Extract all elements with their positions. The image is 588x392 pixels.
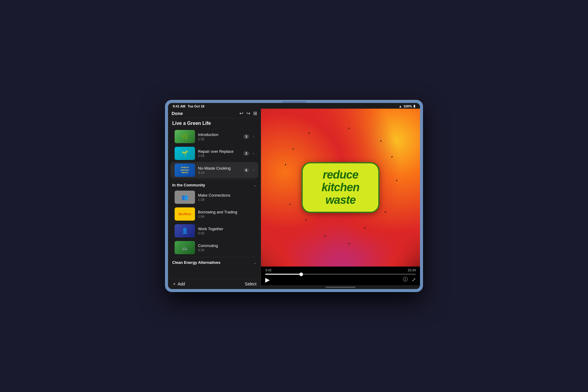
- video-duration: 1:04: [198, 215, 254, 218]
- seed: [308, 132, 310, 134]
- video-title: Work Together: [198, 227, 254, 231]
- video-controls: 3:42 15:34 ▶ ⓘ ⤢: [261, 267, 420, 285]
- list-container[interactable]: Introduction 1:32 3 › Repair over Replac…: [168, 128, 261, 279]
- video-content: reducekitchenwaste: [261, 109, 420, 267]
- seed: [396, 180, 398, 181]
- seed: [385, 211, 386, 213]
- seed: [305, 219, 307, 221]
- list-item[interactable]: Make Connections 1:28: [170, 189, 258, 205]
- status-date: Tue Oct 18: [188, 104, 204, 108]
- category-section-clean-energy: Clean Energy Alternatives ⌄: [168, 258, 261, 266]
- video-duration: 2:09: [198, 154, 240, 158]
- status-time: 9:41 AM: [173, 104, 185, 108]
- select-button[interactable]: Select: [245, 282, 256, 286]
- video-info-commute: Commuting 0:26: [198, 243, 254, 252]
- video-duration: 1:28: [198, 198, 254, 201]
- battery-percent: 100%: [404, 104, 412, 108]
- video-thumbnail-nowaste: reducekitchenwaste: [175, 164, 195, 177]
- video-info-repair: Repair over Replace 2:09: [198, 149, 240, 158]
- play-button[interactable]: ▶: [265, 277, 270, 283]
- video-title: Repair over Replace: [198, 149, 240, 154]
- status-left: 9:41 AM Tue Oct 18: [173, 104, 204, 108]
- list-item[interactable]: Introduction 1:32 3 ›: [170, 128, 258, 145]
- seed: [292, 148, 294, 150]
- home-bar-line: [326, 287, 356, 288]
- fullscreen-icon[interactable]: ⤢: [412, 277, 416, 282]
- playlist-header: Live a Green Life: [168, 118, 261, 128]
- controls-row: ▶ ⓘ ⤢: [265, 276, 416, 283]
- video-thumbnail-worktog: [175, 224, 195, 237]
- list-item-active[interactable]: reducekitchenwaste No-Waste Cooking 3:14…: [170, 162, 258, 178]
- chevron-right-icon: ›: [253, 134, 254, 139]
- video-badge-repair: 2: [243, 151, 249, 156]
- category-section-community: In the Community ⌄ Make Connections 1:28: [168, 181, 261, 256]
- progress-thumb[interactable]: [299, 273, 303, 276]
- video-thumbnail-commute: 🚲: [175, 241, 195, 254]
- section-divider: [172, 257, 256, 257]
- seed: [380, 140, 382, 142]
- video-thumbnail-repair: [175, 147, 195, 160]
- left-panel: Done ↩ ↪ ⊞ Live a Green Life: [168, 109, 261, 289]
- time-row: 3:42 15:34: [265, 268, 416, 272]
- list-item[interactable]: BorRow Borrowing and Trading 1:04: [170, 206, 258, 222]
- video-title: No-Waste Cooking: [198, 166, 240, 170]
- category-name: Clean Energy Alternatives: [172, 260, 220, 265]
- progress-fill: [265, 274, 301, 275]
- info-icon[interactable]: ⓘ: [403, 276, 408, 283]
- video-background: reducekitchenwaste: [261, 109, 420, 267]
- redo-icon[interactable]: ↪: [246, 110, 250, 116]
- seed: [348, 243, 350, 245]
- total-time: 15:34: [407, 268, 416, 272]
- video-thumbnail-intro: [175, 130, 195, 143]
- wifi-icon: ▲: [399, 104, 402, 108]
- video-duration: 0:26: [198, 248, 254, 252]
- home-bar: [261, 285, 420, 289]
- progress-bar-container[interactable]: 3:42 15:34: [265, 268, 416, 275]
- list-item[interactable]: Work Together 0:56: [170, 223, 258, 239]
- video-title: Make Connections: [198, 193, 254, 198]
- video-title: Borrowing and Trading: [198, 210, 254, 214]
- status-right: ▲ 100% ▮: [399, 104, 415, 108]
- toolbar-icons: ↩ ↪ ⊞: [239, 110, 257, 116]
- video-display: reducekitchenwaste: [261, 109, 420, 267]
- chevron-down-icon: ⌄: [254, 261, 256, 265]
- list-item[interactable]: Repair over Replace 2:09 2 ›: [170, 145, 258, 161]
- video-duration: 0:56: [198, 231, 254, 235]
- seed: [285, 164, 286, 165]
- plus-icon: ＋: [172, 281, 176, 287]
- chevron-right-icon: ›: [253, 168, 254, 172]
- video-title: Introduction: [198, 132, 240, 137]
- bottom-bar: ＋ Add Select: [168, 279, 261, 289]
- ipad-frame: 9:41 AM Tue Oct 18 ▲ 100% ▮ Done ↩ ↪ ⊞: [165, 100, 423, 292]
- current-time: 3:42: [265, 268, 272, 272]
- video-badge-intro: 3: [243, 134, 249, 139]
- battery-icon: ▮: [413, 104, 415, 108]
- seed: [391, 156, 393, 158]
- video-info-worktog: Work Together 0:56: [198, 227, 254, 235]
- video-thumbnail-makeconn: [175, 191, 195, 204]
- list-item[interactable]: 🚲 Commuting 0:26: [170, 240, 258, 256]
- done-button[interactable]: Done: [172, 111, 183, 116]
- video-duration: 1:32: [198, 137, 240, 141]
- video-info-nowaste: No-Waste Cooking 3:14: [198, 166, 240, 174]
- video-title: Commuting: [198, 243, 254, 248]
- undo-icon[interactable]: ↩: [239, 110, 243, 116]
- ipad-screen: 9:41 AM Tue Oct 18 ▲ 100% ▮ Done ↩ ↪ ⊞: [168, 103, 420, 289]
- category-header-clean-energy[interactable]: Clean Energy Alternatives ⌄: [168, 258, 261, 266]
- video-thumbnail-borrow: BorRow: [175, 207, 195, 221]
- video-info-intro: Introduction 1:32: [198, 132, 240, 141]
- add-label: Add: [178, 282, 185, 286]
- right-panel: ⬆: [261, 109, 420, 289]
- progress-track[interactable]: [265, 274, 416, 275]
- chevron-right-icon: ›: [253, 151, 254, 155]
- seed: [364, 227, 365, 229]
- seed: [289, 204, 291, 205]
- seed: [324, 235, 326, 237]
- control-right: ⓘ ⤢: [403, 276, 416, 283]
- add-button[interactable]: ＋ Add: [172, 281, 185, 287]
- video-info-borrow: Borrowing and Trading 1:04: [198, 210, 254, 218]
- grid-icon[interactable]: ⊞: [253, 110, 257, 116]
- playlist-title: Live a Green Life: [172, 121, 256, 126]
- category-header-community[interactable]: In the Community ⌄: [168, 181, 261, 188]
- main-content: Done ↩ ↪ ⊞ Live a Green Life: [168, 109, 420, 289]
